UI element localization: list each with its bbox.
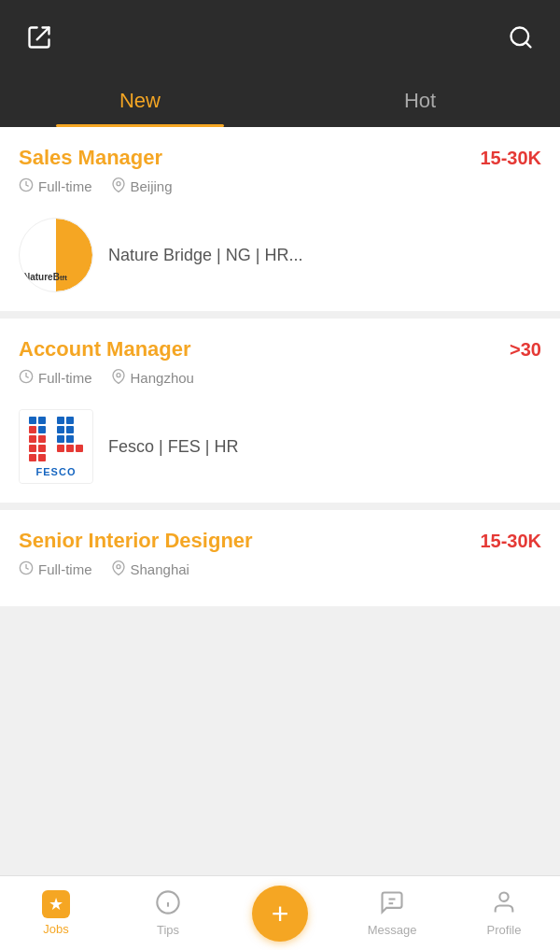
nav-profile[interactable]: Profile (448, 876, 560, 950)
tips-icon (155, 889, 181, 919)
add-button[interactable]: + (252, 886, 308, 942)
message-icon (379, 889, 405, 919)
nav-jobs-label: Jobs (43, 922, 68, 936)
job-header-1: Sales Manager 15-30K (19, 146, 541, 170)
job-meta-3: Full-time Shanghai (19, 560, 541, 578)
job-header-2: Account Manager >30 (19, 337, 541, 362)
location-icon-2 (111, 369, 126, 387)
location-icon-3 (111, 560, 126, 578)
job-title-3: Senior Interior Designer (19, 529, 253, 553)
tab-new[interactable]: New (0, 75, 280, 127)
company-row-2: FESCO Fesco | FES | HR (19, 400, 541, 488)
tabs-container: New Hot (0, 75, 560, 127)
job-salary-3: 15-30K (480, 531, 541, 552)
job-title-2: Account Manager (19, 337, 191, 362)
clock-icon-3 (19, 560, 34, 578)
nav-tips-label: Tips (157, 923, 179, 937)
nav-message[interactable]: Message (336, 876, 448, 950)
app-header (0, 0, 560, 75)
tab-hot[interactable]: Hot (280, 75, 560, 127)
svg-point-13 (499, 893, 508, 901)
nav-jobs[interactable]: ★ Jobs (0, 876, 112, 950)
jobs-icon: ★ (42, 890, 70, 918)
nav-tips[interactable]: Tips (112, 876, 224, 950)
job-card-1[interactable]: Sales Manager 15-30K Full-time Beijing N… (0, 127, 560, 311)
nav-profile-label: Profile (487, 923, 522, 937)
job-location-2: Hangzhou (111, 369, 194, 387)
svg-line-1 (525, 42, 530, 47)
job-type-3: Full-time (19, 560, 92, 578)
job-list: Sales Manager 15-30K Full-time Beijing N… (0, 127, 560, 875)
job-title-1: Sales Manager (19, 146, 162, 170)
share-icon[interactable] (22, 21, 56, 54)
company-name-2: Fesco | FES | HR (108, 437, 238, 457)
bottom-nav: ★ Jobs Tips + Message (0, 875, 560, 950)
search-icon[interactable] (504, 21, 538, 54)
clock-icon-1 (19, 177, 34, 195)
profile-icon (491, 889, 517, 919)
nav-add[interactable]: + (224, 886, 336, 942)
svg-point-5 (117, 374, 120, 377)
job-header-3: Senior Interior Designer 15-30K (19, 529, 541, 553)
job-card-3[interactable]: Senior Interior Designer 15-30K Full-tim… (0, 510, 560, 606)
company-logo-1: NatureBtft (19, 218, 93, 292)
company-name-1: Nature Bridge | NG | HR... (108, 246, 302, 265)
svg-point-3 (117, 182, 120, 186)
company-logo-2: FESCO (19, 409, 93, 484)
job-card-2[interactable]: Account Manager >30 Full-time Hangzhou (0, 319, 560, 503)
job-salary-2: >30 (510, 339, 541, 361)
job-meta-2: Full-time Hangzhou (19, 369, 541, 387)
job-location-1: Beijing (111, 177, 173, 195)
job-type-2: Full-time (19, 369, 92, 387)
nav-message-label: Message (368, 923, 417, 937)
job-meta-1: Full-time Beijing (19, 177, 541, 195)
job-type-1: Full-time (19, 177, 92, 195)
job-salary-1: 15-30K (480, 148, 541, 169)
job-location-3: Shanghai (111, 560, 189, 578)
company-row-1: NatureBtft Nature Bridge | NG | HR... (19, 208, 541, 296)
svg-point-7 (117, 565, 120, 569)
clock-icon-2 (19, 369, 34, 387)
location-icon-1 (111, 177, 126, 195)
